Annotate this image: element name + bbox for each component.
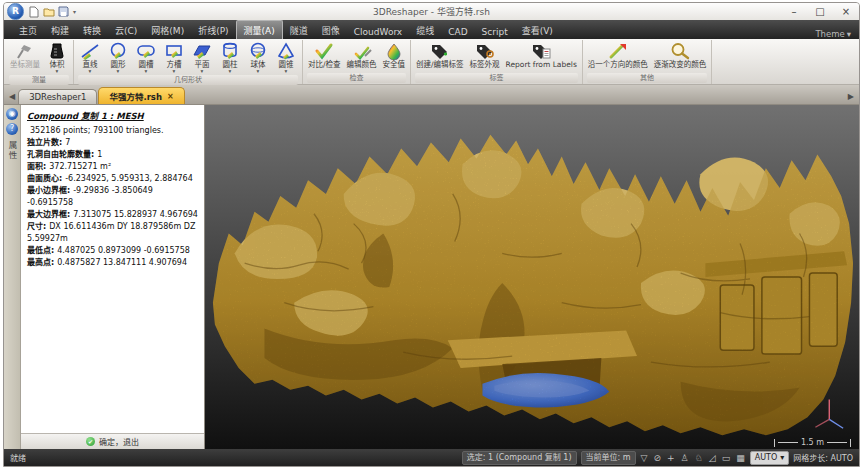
cylinder-button[interactable]: 圆柱 ▾ (216, 40, 244, 75)
theme-selector[interactable]: Theme ▾ (815, 29, 851, 39)
ribbon-group-geometry: 直线 ▾ 圆形 ▾ 圆槽 ▾ (74, 40, 303, 84)
tab-home[interactable]: 主页 (12, 21, 44, 39)
tab-scroll-right-icon[interactable]: ▶ (845, 92, 857, 104)
zoom-window-icon[interactable]: ▭ (721, 453, 732, 463)
close-tab-icon[interactable]: × (167, 92, 174, 101)
help-icon[interactable]: ? (6, 123, 18, 135)
line-button[interactable]: 直线 ▾ (76, 40, 104, 75)
tab-scroll-left-icon[interactable]: ◀ (6, 92, 18, 104)
chevron-down-icon: ▾ (89, 69, 92, 75)
cone-button[interactable]: 圆锥 ▾ (272, 40, 300, 75)
auto-label: AUTO (755, 452, 778, 464)
gradual-color-button[interactable]: 逐渐改变的颜色 (651, 40, 710, 69)
app-logo-icon: R (7, 3, 24, 20)
coordinate-measure-button[interactable]: 坐标测量 (7, 40, 43, 69)
property-line: 352186 points; 793100 triangles. (27, 125, 198, 137)
tab-construct[interactable]: 构建 (44, 21, 76, 39)
tab-transform[interactable]: 转换 (76, 21, 108, 39)
ribbon-group-label: 检查 (307, 73, 406, 83)
main-area: ◉ ? 属性 Compound 复制 1 : MESH 352186 point… (4, 105, 859, 449)
object-title: Compound 复制 1 : MESH (27, 110, 198, 123)
auto-scale-select[interactable]: AUTO ▾ (750, 451, 790, 465)
no-clip-icon[interactable]: ⊘ (653, 453, 663, 463)
square-slot-button[interactable]: 方槽 ▾ (160, 40, 188, 75)
ribbon-group-labels: 创建/编辑标签 标签外观 Report from Labels 标签 (411, 40, 583, 84)
hammer-icon (14, 41, 36, 61)
tab-tunnel[interactable]: 隧道 (283, 21, 315, 39)
tab-measure-active[interactable]: 测量(A) (236, 20, 283, 39)
viewport-3d[interactable]: 1.5 m (205, 105, 859, 449)
sphere-icon (247, 41, 269, 61)
scale-line (778, 442, 798, 443)
property-line: 尺寸:DX 16.611436m DY 18.879586m DZ 5.5992… (27, 221, 198, 245)
tag-plus-icon (428, 41, 452, 61)
edit-colors-button[interactable]: 编辑颜色 (344, 40, 380, 69)
scale-line (827, 442, 847, 443)
window-controls: – □ × (781, 6, 859, 17)
grid-step-info: 网格步长: AUTO (793, 452, 853, 463)
new-file-icon[interactable] (27, 5, 40, 18)
compare-inspect-button[interactable]: 对比/检查 (305, 40, 344, 69)
chevron-down-icon: ▾ (285, 69, 288, 75)
tab-cloudworx[interactable]: CloudWorx (347, 24, 409, 39)
tag-gear-icon (473, 41, 497, 61)
grid-display-icon[interactable]: ▦ (735, 453, 746, 463)
clip-plane-icon[interactable]: ▽ (640, 453, 649, 463)
chevron-down-icon: ▾ (117, 69, 120, 75)
maximize-button[interactable]: □ (807, 6, 833, 17)
window-title: 3DReshaper - 华强方特.rsh (4, 5, 859, 18)
chevron-down-icon: ▾ (56, 69, 59, 75)
round-slot-button[interactable]: 圆槽 ▾ (132, 40, 160, 75)
quick-access-dropdown-icon[interactable]: ▾ (73, 8, 76, 15)
color-along-direction-button[interactable]: 沿一个方向的颜色 (585, 40, 651, 69)
unit-info[interactable]: 当前单位: m (581, 451, 636, 465)
plane-icon (191, 41, 213, 61)
sphere-button[interactable]: 球体 ▾ (244, 40, 272, 75)
chevron-down-icon: ▾ (173, 69, 176, 75)
doc-tab-3dreshaper1[interactable]: 3DReshaper1 (18, 89, 97, 104)
plane-button[interactable]: 平面 ▾ (188, 40, 216, 75)
tab-mesh[interactable]: 网格(M) (144, 21, 191, 39)
circle-button[interactable]: 圆形 ▾ (104, 40, 132, 75)
beaker-icon (46, 41, 68, 61)
color-pencil-icon (351, 41, 373, 61)
stand-viewer-icon[interactable]: ♙ (680, 453, 690, 463)
safety-value-button[interactable]: 安全值 (380, 40, 409, 69)
ribbon-group-other: 沿一个方向的颜色 逐渐改变的颜色 其他 (583, 40, 713, 84)
tab-view[interactable]: 查看(V) (515, 21, 560, 39)
title-bar: R ▾ 3DReshaper - 华强方特.rsh – □ × (4, 3, 859, 20)
minimize-button[interactable]: – (781, 6, 807, 17)
chevron-down-icon: ▾ (229, 69, 232, 75)
property-line: 最低点:4.487025 0.8973099 -0.6915758 (27, 245, 198, 257)
view-reset-icon[interactable]: ◉ (6, 108, 18, 120)
properties-strip-label[interactable]: 属性 (6, 141, 18, 160)
volume-button[interactable]: 体积 ▾ (43, 40, 71, 75)
scale-label: 1.5 m (801, 438, 824, 447)
property-line: 最高点:0.4875827 13.847111 4.907694 (27, 257, 198, 269)
open-file-icon[interactable] (42, 5, 55, 18)
tab-polyline[interactable]: 折线(P) (191, 21, 235, 39)
walk-viewer-icon[interactable]: ♘ (694, 453, 704, 463)
save-file-icon[interactable] (57, 5, 70, 18)
close-button[interactable]: × (833, 6, 859, 17)
tab-cad[interactable]: CAD (441, 24, 474, 39)
tab-cable[interactable]: 缆线 (409, 21, 441, 39)
compare-check-icon (313, 41, 335, 61)
report-from-labels-button[interactable]: Report from Labels (503, 40, 580, 69)
ribbon-toolbar: 坐标测量 体积 ▾ 测量 直线 ▾ (4, 39, 859, 85)
doc-tab-huaqiangfangte[interactable]: 华强方特.rsh × (98, 87, 184, 104)
property-line: 面积:372.715271 m² (27, 161, 198, 173)
label-appearance-button[interactable]: 标签外观 (467, 40, 503, 69)
move-view-icon[interactable]: + (666, 453, 676, 463)
chevron-down-icon: ▾ (847, 29, 851, 39)
tab-script[interactable]: Script (475, 24, 515, 39)
selection-info: 选定: 1 (Compound 复制 1) (462, 451, 577, 465)
ribbon-group-label: 几何形状 (78, 75, 298, 85)
line-icon (79, 41, 101, 61)
create-edit-label-button[interactable]: 创建/编辑标签 (413, 40, 467, 69)
confirm-exit-button[interactable]: ✔ 确定，退出 (21, 433, 204, 449)
draw-mode-icon[interactable]: ◿ (708, 453, 717, 463)
quick-access-toolbar: ▾ (27, 5, 76, 18)
tab-image[interactable]: 图像 (315, 21, 347, 39)
tab-cloud[interactable]: 云(C) (108, 21, 144, 39)
